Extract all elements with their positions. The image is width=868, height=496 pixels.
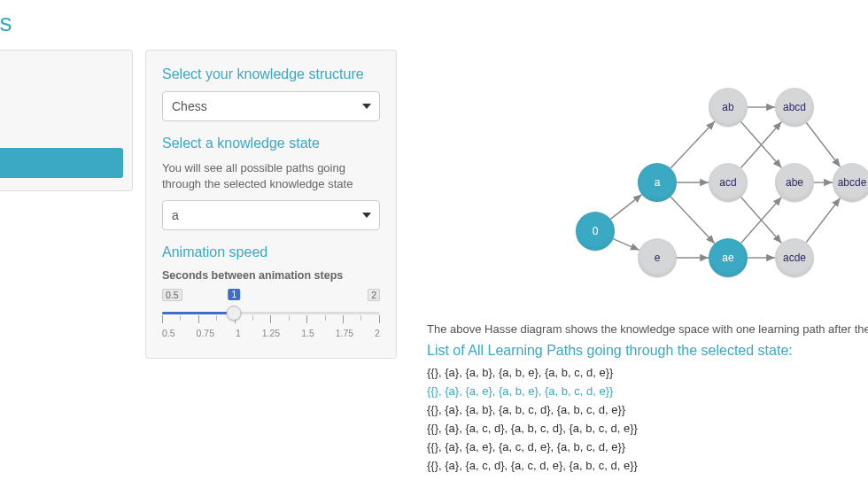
paths-heading: List of All Learning Paths going through… — [427, 343, 868, 359]
speed-subheading: Seconds between animation steps — [162, 269, 380, 282]
results-column: 0aeabacdaeabcdabeacdeabcde The above Has… — [409, 50, 868, 477]
graph-node-ab[interactable]: ab — [709, 88, 748, 127]
graph-node-acde[interactable]: acde — [775, 238, 814, 277]
speed-slider[interactable]: 0.5 2 1 0.50.7511.251.51.752 — [162, 287, 380, 338]
graph-edge — [670, 121, 715, 168]
slider-tick: 0.75 — [197, 328, 214, 338]
graph-node-abcde[interactable]: abcde — [833, 163, 868, 202]
page-title: iths — [0, 0, 868, 50]
slider-tick: 2 — [375, 328, 380, 338]
learning-path-item: {{}, {a}, {a, e}, {a, c, d, e}, {a, b, c… — [427, 440, 868, 453]
slider-thumb[interactable] — [227, 306, 242, 321]
graph-node-abcd[interactable]: abcd — [775, 88, 814, 127]
primary-action-button[interactable] — [0, 148, 123, 178]
graph-node-acd[interactable]: acd — [709, 163, 748, 202]
controls-panel: Select your knowledge structure Chess Se… — [145, 50, 397, 359]
graph-edge — [610, 195, 641, 220]
state-heading: Select a knowledge state — [162, 136, 380, 151]
structure-selected: Chess — [172, 99, 207, 113]
graph-edge — [806, 122, 840, 167]
state-help-text: You will see all possible paths going th… — [162, 160, 380, 191]
slider-max-label: 2 — [368, 289, 380, 301]
speed-heading: Animation speed — [162, 244, 380, 260]
slider-tick: 1.5 — [301, 328, 314, 338]
diagram-description: The above Hasse diagram shows the knowle… — [427, 322, 868, 336]
structure-select[interactable]: Chess — [162, 91, 380, 121]
graph-node-e[interactable]: e — [638, 238, 677, 277]
learning-path-item: {{}, {a}, {a, b}, {a, b, c, d}, {a, b, c… — [427, 403, 868, 416]
graph-edge — [613, 239, 639, 251]
graph-edge — [670, 197, 715, 244]
slider-tick: 1.75 — [336, 328, 353, 338]
structure-heading: Select your knowledge structure — [162, 66, 380, 82]
graph-node-a[interactable]: a — [638, 163, 677, 202]
learning-path-item: {{}, {a}, {a, e}, {a, b, e}, {a, b, c, d… — [427, 384, 868, 398]
graph-node-abe[interactable]: abe — [775, 163, 814, 202]
state-select[interactable]: a — [162, 200, 380, 230]
learning-path-item: {{}, {a}, {a, b}, {a, b, e}, {a, b, c, d… — [427, 366, 868, 379]
slider-tick-labels: 0.50.7511.251.51.752 — [162, 328, 380, 338]
graph-edge — [806, 198, 840, 242]
slider-tick: 1.25 — [262, 328, 280, 338]
slider-min-label: 0.5 — [162, 289, 182, 301]
slider-tick: 0.5 — [162, 328, 175, 338]
state-selected: a — [172, 208, 179, 222]
slider-tick: 1 — [236, 328, 241, 338]
learning-path-item: {{}, {a}, {a, c, d}, {a, c, d, e}, {a, b… — [427, 459, 868, 472]
hasse-diagram: 0aeabacdaeabcdabeacdeabcde — [427, 76, 868, 306]
actions-panel — [0, 50, 133, 191]
learning-path-item: {{}, {a}, {a, c, d}, {a, b, c, d}, {a, b… — [427, 422, 868, 435]
slider-value-label: 1 — [228, 289, 240, 300]
graph-node-ae[interactable]: ae — [709, 238, 748, 277]
graph-node-0[interactable]: 0 — [576, 212, 615, 251]
